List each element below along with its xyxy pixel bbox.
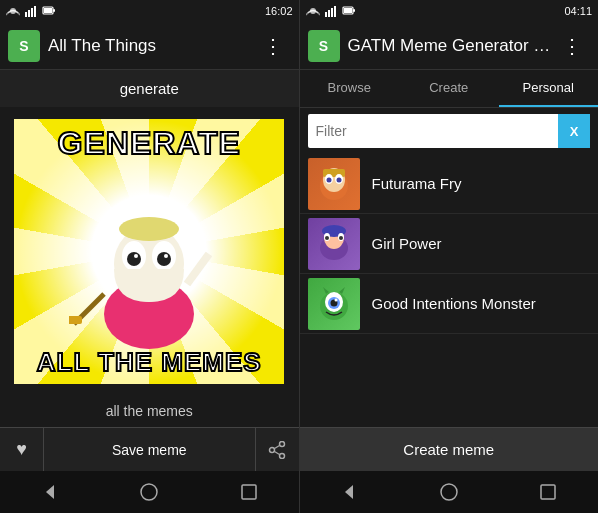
monster-thumbnail — [314, 284, 354, 324]
svg-point-23 — [280, 453, 285, 458]
signal-icon-right — [324, 4, 338, 18]
svg-rect-7 — [44, 8, 52, 13]
generate-button[interactable]: generate — [0, 70, 299, 107]
tab-browse[interactable]: Browse — [300, 70, 400, 107]
svg-rect-36 — [353, 9, 355, 12]
time-left: 16:02 — [265, 5, 293, 17]
wifi-icon — [6, 4, 20, 18]
menu-button-right[interactable]: ⋮ — [554, 30, 590, 62]
recent-button-left[interactable] — [224, 471, 274, 513]
svg-rect-31 — [325, 12, 327, 17]
svg-rect-19 — [69, 316, 82, 324]
svg-rect-2 — [28, 10, 30, 17]
right-content: Browse Create Personal X — [300, 70, 599, 471]
app-title-right: GATM Meme Generator (Alph... — [348, 36, 555, 56]
wifi-icon-right — [306, 4, 320, 18]
bottom-actions: ♥ Save meme — [0, 427, 299, 471]
tab-personal[interactable]: Personal — [499, 70, 599, 107]
meme-item-good-intentions-monster[interactable]: Good Intentions Monster — [300, 274, 599, 334]
svg-rect-1 — [25, 12, 27, 17]
nav-bar-right — [300, 471, 599, 513]
svg-rect-61 — [541, 485, 555, 499]
back-icon-left — [40, 482, 60, 502]
save-button[interactable]: Save meme — [44, 442, 255, 458]
heart-button[interactable]: ♥ — [0, 428, 44, 472]
svg-rect-3 — [31, 8, 33, 17]
svg-rect-4 — [34, 6, 36, 17]
svg-point-51 — [339, 236, 343, 240]
meme-label-good-intentions-monster: Good Intentions Monster — [372, 295, 536, 312]
svg-point-22 — [280, 441, 285, 446]
filter-input[interactable] — [308, 123, 559, 139]
svg-rect-6 — [53, 9, 55, 12]
svg-point-28 — [141, 484, 157, 500]
app-title-left: All The Things — [48, 36, 255, 56]
svg-point-60 — [441, 484, 457, 500]
menu-button-left[interactable]: ⋮ — [255, 30, 291, 62]
status-left-icons — [6, 4, 56, 18]
back-button-right[interactable] — [324, 471, 374, 513]
recent-icon-left — [239, 482, 259, 502]
svg-point-21 — [119, 217, 179, 241]
search-clear-button[interactable]: X — [558, 114, 590, 148]
time-right: 04:11 — [564, 5, 592, 17]
app-icon-right: S — [308, 30, 340, 62]
svg-point-13 — [157, 252, 171, 266]
svg-line-20 — [187, 254, 209, 284]
home-button-left[interactable] — [124, 471, 174, 513]
meme-item-futurama-fry[interactable]: Futurama Fry — [300, 154, 599, 214]
left-phone: 16:02 S All The Things ⋮ generate GENERA… — [0, 0, 299, 513]
back-button-left[interactable] — [25, 471, 75, 513]
meme-image-area: GENERATE — [0, 107, 299, 395]
svg-point-43 — [326, 177, 331, 182]
search-bar: X — [308, 114, 591, 148]
svg-point-50 — [325, 236, 329, 240]
meme-label-girl-power: Girl Power — [372, 235, 442, 252]
left-content: generate GENERATE — [0, 70, 299, 471]
status-bar-right: 04:11 — [300, 0, 599, 22]
tab-create[interactable]: Create — [399, 70, 499, 107]
svg-line-25 — [275, 445, 280, 448]
home-icon-right — [439, 482, 459, 502]
svg-marker-58 — [339, 287, 345, 294]
home-button-right[interactable] — [424, 471, 474, 513]
svg-rect-34 — [334, 6, 336, 17]
app-bar-right: S GATM Meme Generator (Alph... ⋮ — [300, 22, 599, 70]
right-phone: 04:11 S GATM Meme Generator (Alph... ⋮ B… — [300, 0, 599, 513]
share-icon — [268, 441, 286, 459]
meme-image: GENERATE — [14, 119, 284, 384]
svg-marker-27 — [46, 485, 54, 499]
app-bar-left: S All The Things ⋮ — [0, 22, 299, 70]
create-meme-label: Create meme — [403, 441, 494, 458]
share-button[interactable] — [255, 428, 299, 472]
girl-power-thumbnail — [314, 224, 354, 264]
fry-thumbnail — [314, 164, 354, 204]
battery-icon-left — [42, 4, 56, 18]
meme-list: Futurama Fry Girl Power — [300, 154, 599, 427]
svg-point-44 — [336, 177, 341, 182]
svg-rect-37 — [344, 8, 352, 13]
signal-icon — [24, 4, 38, 18]
svg-marker-59 — [345, 485, 353, 499]
app-icon-left: S — [8, 30, 40, 62]
svg-point-15 — [164, 254, 168, 258]
status-right-left-icons — [306, 4, 356, 18]
meme-item-girl-power[interactable]: Girl Power — [300, 214, 599, 274]
meme-thumb-futurama-fry — [308, 158, 360, 210]
back-icon-right — [339, 482, 359, 502]
caption-text: all the memes — [106, 403, 193, 419]
meme-bottom-text: ALL THE MEMES — [14, 347, 284, 378]
home-icon-left — [139, 482, 159, 502]
svg-point-56 — [334, 298, 337, 301]
meme-thumb-girl-power — [308, 218, 360, 270]
tab-bar: Browse Create Personal — [300, 70, 599, 108]
meme-thumb-good-intentions-monster — [308, 278, 360, 330]
svg-point-24 — [270, 447, 275, 452]
battery-icon-right — [342, 4, 356, 18]
meme-label-futurama-fry: Futurama Fry — [372, 175, 462, 192]
recent-button-right[interactable] — [523, 471, 573, 513]
svg-rect-32 — [328, 10, 330, 17]
svg-rect-29 — [242, 485, 256, 499]
create-meme-bar[interactable]: Create meme — [300, 427, 599, 471]
svg-point-12 — [127, 252, 141, 266]
